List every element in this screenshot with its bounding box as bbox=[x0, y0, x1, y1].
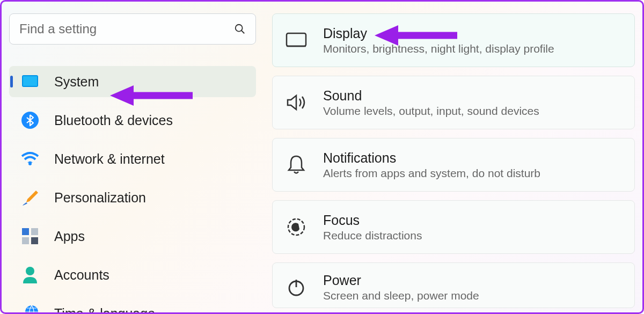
clock-globe-icon bbox=[21, 304, 39, 314]
card-desc: Monitors, brightness, night light, displ… bbox=[323, 42, 621, 55]
bell-icon bbox=[286, 154, 307, 176]
sidebar-item-system[interactable]: System bbox=[9, 66, 256, 97]
speaker-icon bbox=[286, 92, 307, 113]
svg-point-5 bbox=[28, 162, 32, 165]
search-icon bbox=[234, 23, 246, 35]
focus-icon bbox=[286, 216, 307, 238]
sidebar-item-label: Time & language bbox=[54, 306, 155, 315]
sidebar-item-label: Personalization bbox=[54, 190, 146, 206]
display-device-icon bbox=[21, 72, 39, 91]
card-display[interactable]: Display Monitors, brightness, night ligh… bbox=[272, 13, 635, 67]
sidebar-item-label: Network & internet bbox=[54, 151, 165, 167]
sidebar-item-accounts[interactable]: Accounts bbox=[9, 259, 256, 290]
monitor-icon bbox=[286, 30, 307, 51]
wifi-icon bbox=[21, 150, 39, 168]
sidebar-item-label: System bbox=[54, 74, 99, 90]
sidebar-item-bluetooth[interactable]: Bluetooth & devices bbox=[9, 105, 256, 136]
apps-icon bbox=[21, 227, 39, 245]
svg-rect-7 bbox=[31, 228, 38, 235]
bluetooth-icon bbox=[21, 111, 39, 129]
svg-point-10 bbox=[26, 267, 34, 275]
card-title: Power bbox=[323, 273, 621, 288]
svg-rect-9 bbox=[31, 237, 38, 244]
power-icon bbox=[286, 277, 307, 298]
sidebar-item-network[interactable]: Network & internet bbox=[9, 143, 256, 174]
svg-point-0 bbox=[236, 25, 243, 32]
svg-rect-15 bbox=[287, 33, 306, 46]
sidebar-item-time-language[interactable]: Time & language bbox=[9, 298, 256, 314]
card-notifications[interactable]: Notifications Alerts from apps and syste… bbox=[272, 138, 635, 192]
nav-list: System Bluetooth & devices Network & int… bbox=[9, 66, 256, 314]
sidebar-item-label: Accounts bbox=[54, 267, 109, 283]
card-title: Sound bbox=[323, 88, 621, 104]
card-title: Focus bbox=[323, 213, 621, 228]
sidebar-item-apps[interactable]: Apps bbox=[9, 221, 256, 252]
paintbrush-icon bbox=[21, 188, 39, 207]
sidebar: System Bluetooth & devices Network & int… bbox=[9, 13, 256, 312]
card-desc: Alerts from apps and system, do not dist… bbox=[323, 167, 621, 180]
person-icon bbox=[21, 266, 39, 284]
svg-rect-3 bbox=[23, 76, 37, 86]
search-input[interactable] bbox=[19, 21, 234, 36]
search-box[interactable] bbox=[9, 13, 256, 45]
card-title: Display bbox=[323, 26, 621, 41]
svg-rect-8 bbox=[22, 237, 29, 244]
svg-rect-6 bbox=[22, 228, 29, 235]
card-focus[interactable]: Focus Reduce distractions bbox=[272, 200, 635, 254]
card-power[interactable]: Power Screen and sleep, power mode bbox=[272, 262, 635, 308]
card-desc: Reduce distractions bbox=[323, 229, 621, 242]
sidebar-item-personalization[interactable]: Personalization bbox=[9, 182, 256, 213]
card-title: Notifications bbox=[323, 150, 621, 166]
card-desc: Volume levels, output, input, sound devi… bbox=[323, 105, 621, 118]
svg-point-11 bbox=[25, 305, 38, 314]
svg-line-1 bbox=[241, 31, 245, 34]
sidebar-item-label: Bluetooth & devices bbox=[54, 113, 173, 128]
card-desc: Screen and sleep, power mode bbox=[323, 289, 621, 302]
card-sound[interactable]: Sound Volume levels, output, input, soun… bbox=[272, 76, 635, 129]
sidebar-item-label: Apps bbox=[54, 229, 85, 244]
settings-cards: Display Monitors, brightness, night ligh… bbox=[272, 13, 635, 312]
